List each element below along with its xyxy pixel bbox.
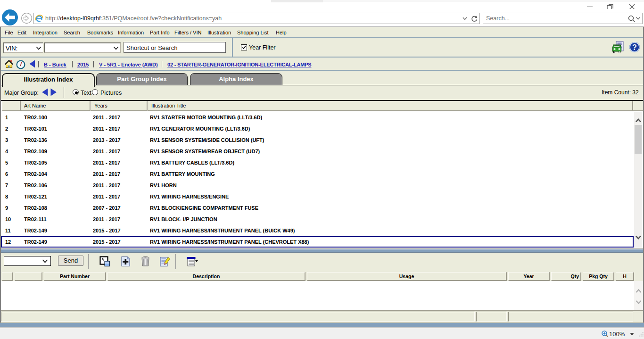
svg-text:?: ?	[632, 43, 637, 51]
